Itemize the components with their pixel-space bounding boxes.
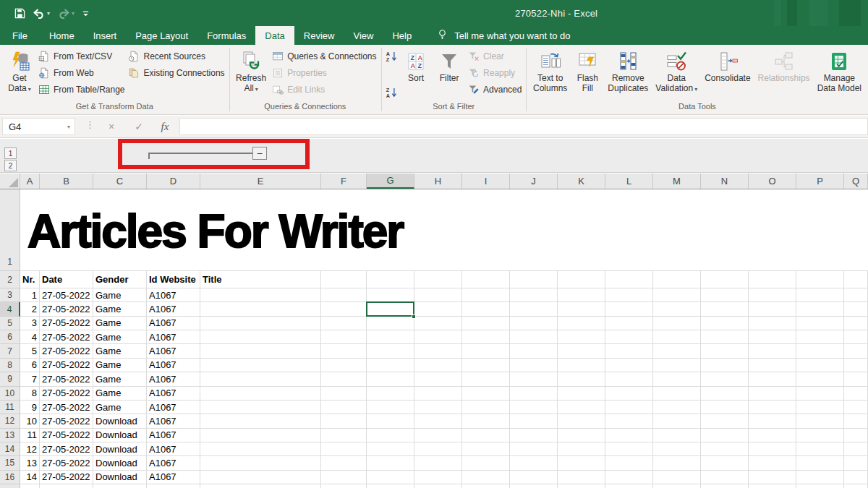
column-header-m[interactable]: M (653, 174, 701, 189)
cell-d16[interactable]: A1067 (147, 471, 200, 484)
cell-c11[interactable]: Game (93, 401, 147, 414)
cell-l5[interactable] (605, 317, 653, 330)
cell-c4[interactable]: Game (93, 302, 147, 316)
column-header-c[interactable]: C (93, 174, 147, 189)
cell-b15[interactable]: 27-05-2022 (40, 456, 93, 470)
cell-a2[interactable]: Nr. (20, 271, 40, 288)
cell-d2[interactable]: Id Website (147, 271, 200, 288)
cell-f9[interactable] (321, 372, 367, 386)
cell-c14[interactable]: Download (93, 442, 147, 456)
cell-h8[interactable] (414, 359, 462, 372)
row-header-13[interactable]: 13 (0, 429, 20, 442)
ribbon-button-filter[interactable]: Filter (433, 48, 465, 85)
cell-d11[interactable]: A1067 (147, 401, 200, 414)
cell-p10[interactable] (796, 387, 844, 401)
cell-q13[interactable] (844, 429, 868, 442)
cell-g14[interactable] (367, 442, 414, 456)
cell-l3[interactable] (605, 288, 653, 302)
cell-i[interactable] (462, 484, 510, 488)
cell-b2[interactable]: Date (40, 271, 93, 288)
ribbon-button-queries-connections[interactable]: Queries & Connections (271, 49, 376, 64)
cell-o15[interactable] (749, 456, 796, 470)
tab-formulas[interactable]: Formulas (197, 26, 255, 45)
select-all-corner[interactable] (0, 174, 20, 189)
cell-f10[interactable] (321, 387, 367, 401)
cell-c12[interactable]: Download (93, 414, 147, 428)
outline-level-1-button[interactable]: 1 (4, 147, 17, 159)
cell-i8[interactable] (462, 359, 510, 372)
cell-n16[interactable] (701, 471, 749, 484)
formula-input[interactable] (179, 118, 868, 135)
cell-e4[interactable] (200, 302, 321, 316)
cell-g5[interactable] (367, 317, 414, 330)
cell-l7[interactable] (605, 344, 653, 358)
cell-h15[interactable] (414, 456, 462, 470)
column-header-q[interactable]: Q (844, 174, 868, 189)
row-header-8[interactable]: 8 (0, 359, 20, 372)
cell-q10[interactable] (844, 387, 868, 401)
cell-n15[interactable] (701, 456, 749, 470)
cell-e3[interactable] (200, 288, 321, 302)
tell-me-box[interactable]: Tell me what you want to do (437, 26, 570, 45)
cell-c10[interactable]: Game (93, 387, 147, 401)
cell-o10[interactable] (749, 387, 796, 401)
cell-k9[interactable] (558, 372, 605, 386)
cell-o8[interactable] (749, 359, 796, 372)
cell-n7[interactable] (701, 344, 749, 358)
cell-l2[interactable] (605, 271, 653, 288)
cell-k5[interactable] (558, 317, 605, 330)
cell-j6[interactable] (510, 330, 558, 344)
cell-i7[interactable] (462, 344, 510, 358)
cell-n3[interactable] (701, 288, 749, 302)
cell-m7[interactable] (653, 344, 701, 358)
row-header-11[interactable]: 11 (0, 401, 20, 414)
cell-o5[interactable] (749, 317, 796, 330)
cell-a16[interactable]: 14 (20, 471, 40, 484)
cell-i12[interactable] (462, 414, 510, 428)
cell-e[interactable] (200, 484, 321, 488)
cell-f8[interactable] (321, 359, 367, 372)
cell-h12[interactable] (414, 414, 462, 428)
undo-dropdown-icon[interactable]: ▾ (47, 10, 50, 17)
cell-a9[interactable]: 7 (20, 372, 40, 386)
cell-o4[interactable] (749, 302, 796, 316)
cell-l11[interactable] (605, 401, 653, 414)
cell-j15[interactable] (510, 456, 558, 470)
cell-l12[interactable] (605, 414, 653, 428)
cell-g16[interactable] (367, 471, 414, 484)
cell-c9[interactable]: Game (93, 372, 147, 386)
cell-d3[interactable]: A1067 (147, 288, 200, 302)
cell-g[interactable] (367, 484, 414, 488)
cell-g9[interactable] (367, 372, 414, 386)
ribbon-button-get-data[interactable]: GetData▾ (4, 48, 35, 95)
column-header-i[interactable]: I (462, 174, 510, 189)
cell-e8[interactable] (200, 359, 321, 372)
cell-p13[interactable] (796, 429, 844, 442)
cell-b13[interactable]: 27-05-2022 (40, 429, 93, 442)
cell-h2[interactable] (414, 271, 462, 288)
ribbon-button-from-web[interactable]: From Web (38, 66, 125, 80)
cell-l8[interactable] (605, 359, 653, 372)
cell-q16[interactable] (844, 471, 868, 484)
cell-q9[interactable] (844, 372, 868, 386)
name-box[interactable]: G4▾ (2, 118, 75, 135)
row-header-5[interactable]: 5 (0, 317, 20, 330)
ribbon-button-az[interactable]: AZ (386, 49, 398, 64)
cell-c[interactable] (93, 484, 147, 488)
cell-p3[interactable] (796, 288, 844, 302)
tab-data[interactable]: Data (255, 26, 294, 45)
cell-i11[interactable] (462, 401, 510, 414)
cell-n10[interactable] (701, 387, 749, 401)
cell-d8[interactable]: A1067 (147, 359, 200, 372)
cell-f7[interactable] (321, 344, 367, 358)
cell-a12[interactable]: 10 (20, 414, 40, 428)
cell-k8[interactable] (558, 359, 605, 372)
row-header-10[interactable]: 10 (0, 387, 20, 401)
column-header-l[interactable]: L (605, 174, 653, 189)
cell-m3[interactable] (653, 288, 701, 302)
cell-k6[interactable] (558, 330, 605, 344)
cell-i3[interactable] (462, 288, 510, 302)
cell-i10[interactable] (462, 387, 510, 401)
cell-o3[interactable] (749, 288, 796, 302)
column-header-o[interactable]: O (749, 174, 796, 189)
